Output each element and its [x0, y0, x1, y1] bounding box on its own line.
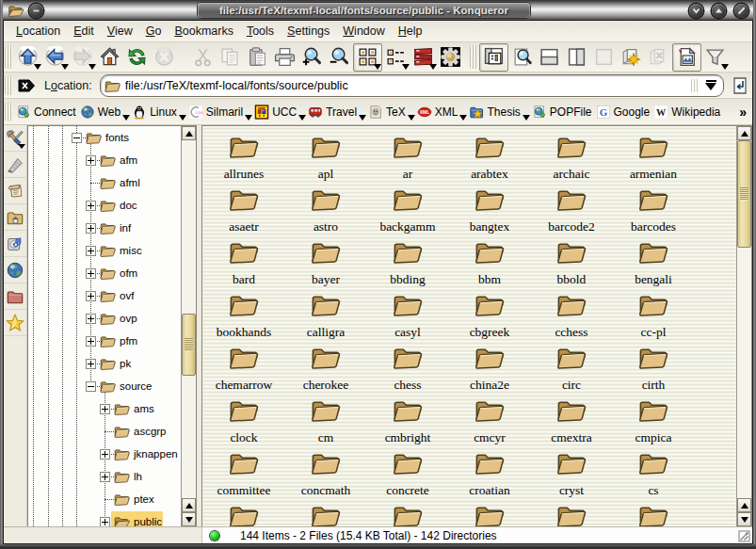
close-button[interactable]	[734, 4, 748, 18]
tree-item-lh[interactable]: lh	[113, 465, 143, 488]
new-tab-button[interactable]	[618, 44, 645, 71]
folder-item-backgamm[interactable]: backgamm	[367, 185, 449, 234]
folder-item-bayer[interactable]: bayer	[285, 237, 367, 287]
copy-button[interactable]	[217, 44, 244, 71]
show-preview-button[interactable]	[672, 43, 701, 72]
folder-item-partial[interactable]	[367, 501, 449, 527]
bookmark-tex[interactable]: TeX	[366, 103, 415, 121]
tree-item-ams[interactable]: ams	[113, 397, 155, 420]
menu-go[interactable]: Go	[139, 23, 169, 40]
tree-item-ovf[interactable]: ovf	[99, 284, 135, 307]
zoom-in-button[interactable]	[298, 44, 326, 71]
menu-settings[interactable]: Settings	[281, 23, 336, 40]
tree-item-jknappen[interactable]: jknappen	[113, 443, 179, 465]
tree-expander-plus[interactable]	[86, 223, 96, 234]
tree-item-ascgrp[interactable]: ascgrp	[113, 420, 168, 443]
folder-item-concmath[interactable]: concmath	[285, 448, 367, 498]
folder-item-partial[interactable]	[613, 501, 695, 527]
tree-item-ofm[interactable]: ofm	[99, 262, 138, 284]
folder-item-cm[interactable]: cm	[285, 396, 367, 445]
bookmark-linux[interactable]: Linux	[130, 103, 186, 121]
folder-item-barcode2[interactable]: barcode2	[531, 185, 613, 234]
list-view-button[interactable]	[382, 44, 410, 71]
folder-item-circ[interactable]: circ	[531, 343, 613, 393]
tree-item-public[interactable]: public	[113, 510, 163, 526]
resize-grip-icon[interactable]	[738, 529, 750, 541]
folder-item-cmbright[interactable]: cmbright	[367, 396, 449, 445]
icon-view-button[interactable]	[353, 43, 382, 72]
split-horizontal-button[interactable]	[536, 44, 563, 71]
folder-item-armenian[interactable]: armenian	[613, 132, 695, 182]
scroll-up-button[interactable]	[737, 126, 751, 140]
menu-tools[interactable]: Tools	[240, 23, 281, 40]
tree-expander-plus[interactable]	[86, 246, 96, 256]
folder-item-bard[interactable]: bard	[203, 237, 285, 287]
menu-help[interactable]: Help	[392, 23, 429, 40]
bookmark-travel[interactable]: Travel	[306, 103, 366, 121]
clear-location-button[interactable]	[14, 73, 39, 98]
locationbar-grip[interactable]	[5, 75, 12, 96]
tree-item-doc[interactable]: doc	[99, 194, 138, 217]
folder-item-cbgreek[interactable]: cbgreek	[449, 290, 531, 340]
folder-item-apl[interactable]: apl	[285, 132, 367, 182]
split-vertical-button[interactable]	[563, 44, 590, 71]
scroll-down-button[interactable]	[182, 512, 196, 526]
find-file-button[interactable]	[508, 44, 536, 71]
folder-item-partial[interactable]	[531, 501, 613, 527]
tree-expander-plus[interactable]	[100, 517, 110, 526]
folder-item-cmcyr[interactable]: cmcyr	[449, 396, 531, 445]
folder-item-astro[interactable]: astro	[285, 185, 367, 234]
folder-item-cs[interactable]: cs	[613, 448, 695, 498]
tree-item-inf[interactable]: inf	[99, 217, 132, 239]
menu-window[interactable]: Window	[336, 23, 391, 40]
tree-expander-plus[interactable]	[86, 201, 96, 211]
titlebar[interactable]: file:/usr/TeX/texmf-local/fonts/source/p…	[0, 0, 756, 21]
folder-item-cchess[interactable]: cchess	[531, 290, 613, 340]
stop-button[interactable]	[151, 44, 178, 71]
scroll-up-button[interactable]	[182, 126, 196, 140]
folder-item-cryst[interactable]: cryst	[531, 448, 613, 498]
folder-item-calligra[interactable]: calligra	[285, 290, 367, 340]
tree-expander-minus[interactable]	[86, 381, 96, 392]
folder-item-bbm[interactable]: bbm	[449, 237, 531, 287]
bookmark-ucc[interactable]: UCC	[252, 103, 306, 121]
folder-item-cmpica[interactable]: cmpica	[613, 396, 695, 445]
folder-item-bookhands[interactable]: bookhands	[203, 290, 285, 340]
scroll-up-button2[interactable]	[182, 498, 196, 512]
sidebar-tab-network[interactable]	[4, 257, 26, 283]
minimize-button[interactable]	[689, 4, 703, 18]
folder-item-arabtex[interactable]: arabtex	[449, 132, 531, 182]
scroll-slider[interactable]	[182, 314, 196, 376]
folder-item-bangtex[interactable]: bangtex	[449, 185, 531, 234]
maximize-button[interactable]	[712, 4, 726, 18]
sticky-button[interactable]	[29, 4, 43, 18]
bookmark-silmaril[interactable]: AilithSilmaril	[186, 103, 252, 121]
folder-item-partial[interactable]	[449, 501, 531, 527]
tree-expander-minus[interactable]	[72, 133, 82, 143]
tree-expander-plus[interactable]	[86, 291, 96, 301]
tree-expander-plus[interactable]	[86, 268, 96, 279]
folder-item-bbold[interactable]: bbold	[531, 237, 613, 287]
bookmarks-menu-button[interactable]	[410, 44, 437, 71]
tree-item-ptex[interactable]: ptex	[113, 488, 155, 510]
tree-item-afm[interactable]: afm	[99, 149, 138, 171]
toolbar-grip[interactable]	[470, 45, 477, 69]
folder-item-chemarrow[interactable]: chemarrow	[203, 343, 285, 393]
filter-button[interactable]	[701, 44, 729, 71]
combo-grip[interactable]	[691, 79, 698, 92]
menu-view[interactable]: View	[101, 23, 139, 40]
remove-view-button[interactable]	[590, 44, 618, 71]
folder-item-chess[interactable]: chess	[367, 343, 449, 393]
tree-expander-plus[interactable]	[100, 472, 110, 482]
tree-item-misc[interactable]: misc	[99, 239, 143, 262]
tree-expander-plus[interactable]	[100, 404, 110, 414]
tree-expander-plus[interactable]	[86, 336, 96, 347]
sidebar-tab-root-folder[interactable]	[4, 283, 26, 310]
bookmark-overflow-button[interactable]: »	[739, 105, 747, 120]
bookmark-google[interactable]: GGoogle	[594, 103, 652, 121]
menu-bookmarks[interactable]: Bookmarks	[168, 23, 240, 40]
folder-item-concrete[interactable]: concrete	[367, 448, 449, 498]
menu-location[interactable]: Location	[9, 23, 67, 40]
folder-item-committee[interactable]: committee	[203, 448, 285, 498]
tree-item-pfm[interactable]: pfm	[99, 330, 138, 352]
